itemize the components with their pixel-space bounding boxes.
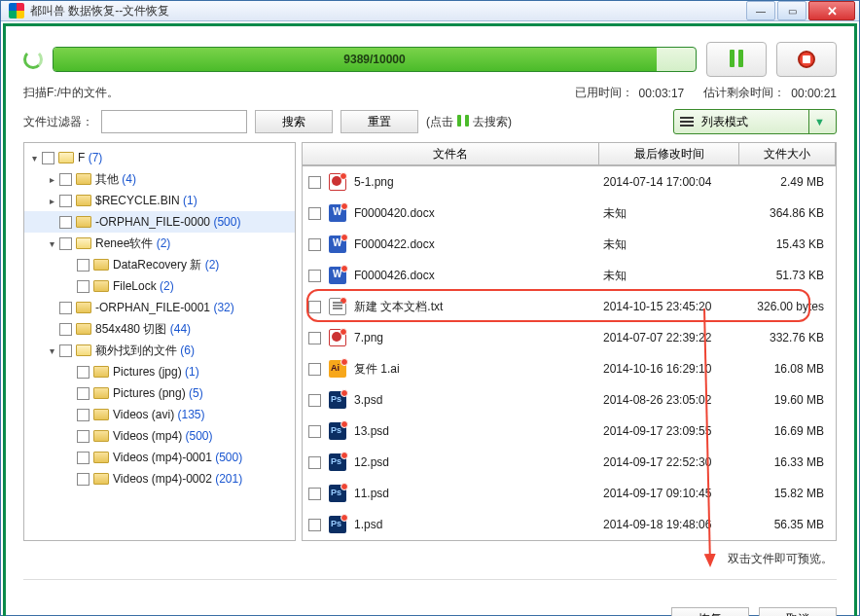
file-row[interactable]: 3.psd2014-08-26 23:05:0219.60 MB xyxy=(303,384,836,416)
file-row[interactable]: 复件 1.ai2014-10-16 16:29:1016.08 MB xyxy=(303,353,836,384)
folder-icon xyxy=(76,173,91,185)
tree-node[interactable]: Videos (mp4)-0002 (201) xyxy=(24,468,295,489)
file-size: 15.43 KB xyxy=(744,237,830,251)
file-list[interactable]: 5-1.png2014-07-14 17:00:042.49 MBF000042… xyxy=(303,166,836,540)
file-checkbox[interactable] xyxy=(308,456,321,469)
folder-icon xyxy=(76,216,91,228)
tree-label: Pictures (jpg) (1) xyxy=(113,365,199,379)
tree-node[interactable]: -ORPHAN_FILE-0000 (500) xyxy=(24,211,295,233)
tree-checkbox[interactable] xyxy=(77,280,90,293)
file-row[interactable]: F0000426.docx未知51.73 KB xyxy=(303,260,836,291)
tree-node[interactable]: Pictures (png) (5) xyxy=(24,382,295,404)
tree-twisty[interactable]: ▾ xyxy=(46,345,57,356)
file-date: 2014-09-17 23:09:55 xyxy=(603,424,744,438)
file-row[interactable]: 11.psd2014-09-17 09:10:4515.82 MB xyxy=(303,478,836,509)
folder-tree[interactable]: ▾F (7)▸其他 (4)▸$RECYCLE.BIN (1)-ORPHAN_FI… xyxy=(23,142,296,541)
tree-checkbox[interactable] xyxy=(42,152,54,164)
col-size[interactable]: 文件大小 xyxy=(738,142,836,165)
tree-node[interactable]: FileLock (2) xyxy=(24,275,295,297)
file-row[interactable]: F0000420.docx未知364.86 KB xyxy=(303,198,836,229)
tree-twisty[interactable]: ▸ xyxy=(46,174,57,185)
tree-checkbox[interactable] xyxy=(77,430,90,443)
tree-checkbox[interactable] xyxy=(59,195,72,207)
file-row[interactable]: F0000422.docx未知15.43 KB xyxy=(303,229,836,260)
spinner-icon xyxy=(23,50,43,69)
file-size: 56.35 MB xyxy=(744,518,830,531)
file-type-icon xyxy=(329,422,346,440)
tree-node[interactable]: ▸其他 (4) xyxy=(24,168,295,190)
tree-node[interactable]: ▾额外找到的文件 (6) xyxy=(24,340,295,361)
file-size: 19.60 MB xyxy=(744,393,830,407)
tree-node[interactable]: Videos (mp4)-0001 (500) xyxy=(24,447,295,468)
tree-node[interactable]: ▾F (7) xyxy=(24,147,295,168)
file-type-icon xyxy=(329,453,346,471)
tree-checkbox[interactable] xyxy=(59,323,72,336)
file-row[interactable]: 7.png2014-07-07 22:39:22332.76 KB xyxy=(303,322,836,353)
file-checkbox[interactable] xyxy=(308,332,321,344)
file-size: 16.69 MB xyxy=(744,424,830,438)
tree-node[interactable]: DataRecovery 新 (2) xyxy=(24,254,295,275)
file-type-icon xyxy=(329,173,346,191)
tree-node[interactable]: ▸$RECYCLE.BIN (1) xyxy=(24,190,295,211)
file-checkbox[interactable] xyxy=(308,363,321,376)
tree-label: -ORPHAN_FILE-0000 (500) xyxy=(95,215,240,229)
progress-bar: 9389/10000 xyxy=(53,47,697,72)
tree-label: Videos (mp4)-0002 (201) xyxy=(113,472,242,486)
filter-input[interactable] xyxy=(101,110,247,133)
file-row[interactable]: 12.psd2014-09-17 22:52:3016.33 MB xyxy=(303,447,836,478)
reset-button[interactable]: 重置 xyxy=(340,110,418,133)
tree-label: Pictures (png) (5) xyxy=(113,386,203,400)
file-checkbox[interactable] xyxy=(308,207,321,220)
tree-label: F (7) xyxy=(78,151,102,164)
file-checkbox[interactable] xyxy=(308,394,321,407)
file-checkbox[interactable] xyxy=(308,176,321,189)
tree-checkbox[interactable] xyxy=(77,452,90,464)
maximize-button[interactable]: ▭ xyxy=(777,1,806,20)
tree-checkbox[interactable] xyxy=(77,473,90,486)
file-checkbox[interactable] xyxy=(308,301,321,313)
tree-checkbox[interactable] xyxy=(77,259,90,272)
folder-icon xyxy=(93,473,109,485)
tree-twisty[interactable]: ▾ xyxy=(28,153,40,163)
close-button[interactable]: ✕ xyxy=(808,1,855,20)
folder-icon xyxy=(76,323,91,335)
chevron-down-icon: ▼ xyxy=(808,110,830,133)
file-checkbox[interactable] xyxy=(308,238,321,251)
tree-node[interactable]: Videos (avi) (135) xyxy=(24,404,295,425)
tree-twisty[interactable]: ▾ xyxy=(46,238,57,249)
search-button[interactable]: 搜索 xyxy=(255,110,333,133)
tree-checkbox[interactable] xyxy=(59,173,72,186)
view-mode-dropdown[interactable]: 列表模式 ▼ xyxy=(673,109,837,134)
cancel-button[interactable]: 取消 xyxy=(759,607,837,616)
tree-node[interactable]: -ORPHAN_FILE-0001 (32) xyxy=(24,297,295,318)
file-checkbox[interactable] xyxy=(308,425,321,438)
file-row[interactable]: 1.psd2014-09-18 19:48:0656.35 MB xyxy=(303,509,836,540)
file-row[interactable]: 13.psd2014-09-17 23:09:5516.69 MB xyxy=(303,416,836,447)
tree-checkbox[interactable] xyxy=(59,344,72,357)
stop-button[interactable] xyxy=(776,42,837,77)
tree-node[interactable]: Videos (mp4) (500) xyxy=(24,425,295,447)
tree-checkbox[interactable] xyxy=(77,366,90,379)
file-type-icon xyxy=(329,516,346,533)
tree-checkbox[interactable] xyxy=(77,387,90,400)
col-date[interactable]: 最后修改时间 xyxy=(598,142,739,165)
elapsed-value: 00:03:17 xyxy=(639,87,685,100)
file-checkbox[interactable] xyxy=(308,488,321,500)
file-row[interactable]: 5-1.png2014-07-14 17:00:042.49 MB xyxy=(303,166,836,198)
tree-node[interactable]: ▾Renee软件 (2) xyxy=(24,233,295,254)
file-checkbox[interactable] xyxy=(308,270,321,282)
tree-checkbox[interactable] xyxy=(77,409,90,421)
tree-checkbox[interactable] xyxy=(59,237,72,250)
tree-node[interactable]: Pictures (jpg) (1) xyxy=(24,361,295,382)
pause-button[interactable] xyxy=(706,42,767,77)
tree-twisty[interactable]: ▸ xyxy=(46,196,57,206)
recover-button[interactable]: 恢复 xyxy=(671,607,749,616)
file-name: 5-1.png xyxy=(354,175,603,189)
col-filename[interactable]: 文件名 xyxy=(302,142,599,165)
tree-checkbox[interactable] xyxy=(59,216,72,229)
minimize-button[interactable]: — xyxy=(746,1,775,20)
file-row[interactable]: 新建 文本文档.txt2014-10-15 23:45:20326.00 byt… xyxy=(303,291,836,322)
tree-checkbox[interactable] xyxy=(59,302,72,314)
tree-node[interactable]: 854x480 切图 (44) xyxy=(24,318,295,340)
file-checkbox[interactable] xyxy=(308,519,321,531)
